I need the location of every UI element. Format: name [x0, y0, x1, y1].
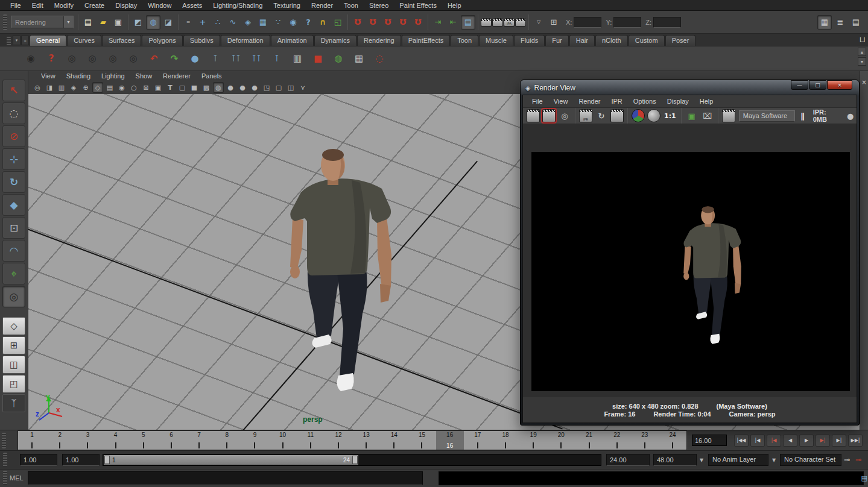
construction-history-icon[interactable]: ▤ [461, 15, 475, 30]
step-forward-key-button[interactable]: ▶| [816, 435, 830, 447]
menu-stereo[interactable]: Stereo [364, 1, 394, 10]
timebar-grip[interactable] [2, 433, 6, 448]
shelf-menu-icon[interactable]: ▾ [13, 36, 21, 45]
close-panel-icon[interactable]: × [860, 79, 868, 86]
paint-brush-icon[interactable]: ◌ [370, 49, 388, 68]
render-view-menu-ipr[interactable]: IPR [606, 98, 627, 105]
playback-range-bar[interactable]: 1 24 [104, 455, 358, 465]
trash-icon[interactable]: ⊔ [860, 35, 866, 44]
timeline-frame-cell[interactable]: 15 [408, 431, 436, 450]
render-view-titlebar[interactable]: ◈ Render View —□× [522, 81, 857, 95]
node-hierarchy-icon-3[interactable]: ⊺⊺ [247, 49, 265, 68]
step-back-key-button[interactable]: |◀ [767, 435, 781, 447]
renderer-selector[interactable]: Maya Software [739, 110, 796, 122]
timeline-frame-cell[interactable]: 9 [241, 431, 268, 450]
timeline-frame-cell[interactable]: 21 [575, 431, 603, 450]
tool-settings-toggle-icon[interactable]: ≣ [833, 15, 847, 30]
move-tool-icon[interactable]: ⊹ [2, 148, 25, 170]
refresh-render-icon[interactable]: ↻ [595, 109, 608, 122]
select-by-object-icon[interactable]: ◍ [146, 15, 160, 30]
tab-animation[interactable]: Animation [271, 35, 314, 46]
single-pane-layout-icon[interactable]: ◇ [2, 317, 25, 335]
dolly-camera-icon[interactable]: ◎ [104, 49, 122, 68]
film-gate-icon[interactable]: ▤ [104, 82, 115, 93]
lasso-tool-icon[interactable]: ◌ [2, 102, 25, 124]
anim-layer-dropdown-icon[interactable]: ▼ [700, 457, 703, 463]
safe-title-icon[interactable]: T [165, 82, 176, 93]
time-slider-ruler[interactable]: 1 2 3 4 5 6 7 8 [17, 430, 687, 450]
x-coordinate-input[interactable] [574, 17, 601, 28]
range-slider-track[interactable]: 1 24 [103, 454, 601, 466]
render-view-menu-options[interactable]: Options [628, 98, 662, 105]
new-scene-icon[interactable]: ▤ [81, 15, 95, 30]
tumble-camera-icon[interactable]: ◎ [63, 49, 81, 68]
range-end-handle[interactable] [352, 456, 358, 464]
mask-rendering-icon[interactable]: ◉ [286, 15, 300, 30]
tab-curves[interactable]: Curves [67, 35, 101, 46]
tab-toon[interactable]: Toon [451, 35, 478, 46]
make-live-icon[interactable]: Ω [411, 15, 425, 30]
character-model[interactable] [289, 148, 393, 398]
open-render-settings-icon[interactable] [722, 109, 735, 122]
go-to-end-button[interactable]: ▶▶| [848, 435, 863, 447]
camera-attributes-icon[interactable]: ◎ [32, 82, 43, 93]
menu-lighting-shading[interactable]: Lighting/Shading [207, 1, 268, 10]
timeline-frame-cell[interactable]: 6 [157, 431, 185, 450]
mask-miscellaneous-icon[interactable]: ? [301, 15, 315, 30]
shelf-scroll-down-icon[interactable]: ▼ [858, 57, 866, 66]
menu-set-selector[interactable]: Rendering ▼ [11, 16, 74, 28]
character-set-field[interactable]: No Character Set [780, 454, 841, 466]
grid-display-icon[interactable]: ◇ [92, 82, 103, 93]
selection-cube-icon[interactable]: ■ [309, 49, 327, 68]
snap-to-curves-icon[interactable]: Ω [366, 15, 380, 30]
step-back-frame-button[interactable]: |◀ [750, 435, 765, 447]
timeline-frame-cell[interactable]: 2 [46, 431, 74, 450]
wireframe-display-icon[interactable]: ▢ [177, 82, 188, 93]
menu-edit[interactable]: Edit [27, 1, 49, 10]
render-settings-icon[interactable] [515, 18, 526, 27]
image-plane-icon[interactable]: ◈ [68, 82, 79, 93]
tab-painteffects[interactable]: PaintEffects [402, 35, 451, 46]
select-by-component-icon[interactable]: ◪ [161, 15, 176, 30]
snap-to-grids-icon[interactable]: Ω [350, 15, 365, 30]
default-light-icon[interactable]: ● [237, 82, 248, 93]
panel-menu-lighting[interactable]: Lighting [96, 72, 130, 80]
tab-fluids[interactable]: Fluids [514, 35, 545, 46]
zoom-camera-icon[interactable]: ◎ [124, 49, 142, 68]
paint-selection-tool-icon[interactable]: ⊘ [2, 125, 25, 147]
selected-lights-icon[interactable]: ● [249, 82, 260, 93]
field-chart-icon[interactable]: ⊠ [141, 82, 151, 93]
render-view-menu-file[interactable]: File [527, 98, 548, 105]
pan-zoom-icon[interactable]: ⊕ [80, 82, 91, 93]
mask-expand-icon[interactable]: ≡ [181, 15, 195, 30]
resolution-gate-icon[interactable]: ◉ [116, 82, 127, 93]
redo-icon[interactable]: ↷ [165, 49, 183, 68]
keep-image-icon[interactable]: ▣ [685, 109, 699, 122]
tab-hair[interactable]: Hair [569, 35, 595, 46]
view-bookmarks-icon[interactable]: ▥ [56, 82, 67, 93]
menu-paint-effects[interactable]: Paint Effects [394, 1, 442, 10]
panel-menu-panels[interactable]: Panels [196, 72, 227, 80]
timeline-frame-cell[interactable]: 7 [185, 431, 213, 450]
render-icon[interactable] [527, 109, 540, 122]
timeline-frame-cell[interactable]: 8 [213, 431, 241, 450]
play-backwards-button[interactable]: ◀ [783, 435, 797, 447]
rangebar-grip[interactable] [3, 453, 7, 467]
hypergraph-panel-icon[interactable]: ▥ [288, 49, 306, 68]
playback-start-field[interactable] [62, 454, 100, 466]
cmdbar-grip[interactable] [3, 471, 7, 485]
menu-create[interactable]: Create [79, 1, 110, 10]
remove-image-icon[interactable]: ⌧ [701, 109, 714, 122]
universal-manipulator-tool-icon[interactable]: ⊡ [2, 217, 25, 239]
y-coordinate-input[interactable] [613, 17, 641, 28]
dragon-icon[interactable]: ᛉ [2, 394, 25, 412]
lock-selection-icon[interactable]: ∩ [315, 15, 330, 30]
output-connections-icon[interactable]: ⇤ [446, 15, 460, 30]
menu-texturing[interactable]: Texturing [268, 1, 306, 10]
snapshot-icon[interactable]: ◎ [558, 109, 571, 122]
character-set-dropdown-icon[interactable]: ▼ [772, 457, 776, 463]
timeline-frame-cell[interactable]: 20 [547, 431, 575, 450]
timeline-frame-cell[interactable]: 4 [102, 431, 130, 450]
save-scene-icon[interactable]: ▣ [111, 15, 125, 30]
channel-box-toggle-icon[interactable]: ▤ [849, 15, 863, 30]
